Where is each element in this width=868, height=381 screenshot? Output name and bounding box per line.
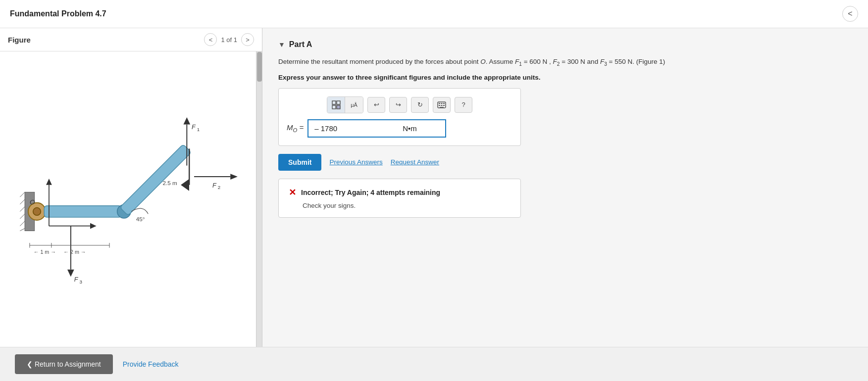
svg-rect-48 — [439, 103, 440, 104]
svg-rect-10 — [44, 205, 121, 217]
answer-input[interactable] — [307, 119, 397, 138]
svg-rect-51 — [439, 105, 440, 106]
action-row: Submit Previous Answers Request Answer — [278, 154, 852, 171]
svg-rect-53 — [443, 105, 445, 106]
redo-button[interactable]: ↪ — [389, 97, 407, 113]
error-icon: ✕ — [289, 187, 296, 198]
figure-prev-button[interactable]: < — [204, 33, 217, 46]
svg-text:3: 3 — [79, 279, 82, 284]
toolbar: μÂ ↩ ↪ ↻ — [287, 96, 512, 113]
svg-text:45°: 45° — [136, 215, 145, 222]
feedback-text: Check your signs. — [303, 202, 511, 209]
answer-instruction: Express your answer to three significant… — [278, 74, 852, 81]
svg-text:2.5 m: 2.5 m — [162, 179, 177, 186]
mo-label: MO = — [287, 123, 304, 133]
answer-units: N•m — [397, 119, 446, 138]
keyboard-button[interactable] — [433, 97, 451, 113]
submit-button[interactable]: Submit — [278, 154, 321, 171]
toolbar-icon-group: μÂ — [327, 96, 363, 113]
svg-line-2 — [20, 199, 25, 204]
undo-button[interactable]: ↩ — [367, 97, 385, 113]
svg-line-5 — [20, 221, 25, 226]
answer-input-row: MO = N•m — [287, 119, 512, 138]
svg-text:F: F — [192, 124, 196, 131]
svg-line-4 — [20, 214, 25, 219]
part-toggle[interactable]: ▼ — [278, 41, 285, 48]
svg-rect-44 — [337, 101, 340, 104]
svg-rect-52 — [441, 105, 443, 106]
answer-container: μÂ ↩ ↪ ↻ — [278, 88, 521, 146]
figure-label: Figure — [8, 36, 200, 44]
svg-rect-46 — [337, 105, 340, 109]
part-title: Part A — [289, 40, 312, 49]
svg-line-3 — [20, 206, 25, 211]
feedback-header: ✕ Incorrect; Try Again; 4 attempts remai… — [289, 187, 511, 198]
refresh-button[interactable]: ↻ — [411, 97, 429, 113]
feedback-box: ✕ Incorrect; Try Again; 4 attempts remai… — [278, 179, 521, 218]
svg-text:O: O — [29, 198, 35, 205]
figure-scrollbar[interactable] — [256, 51, 262, 347]
svg-marker-29 — [67, 269, 74, 277]
problem-description: Determine the resultant moment produced … — [278, 57, 852, 68]
provide-feedback-link[interactable]: Provide Feedback — [123, 360, 179, 368]
figure-image-area: O — [0, 51, 262, 347]
help-button[interactable]: ? — [455, 97, 472, 113]
header-back-button[interactable]: < — [842, 6, 858, 22]
svg-point-8 — [33, 207, 41, 215]
svg-line-6 — [20, 228, 25, 231]
svg-text:← 1 m →: ← 1 m → — [33, 249, 55, 255]
figure-counter: 1 of 1 — [221, 36, 237, 44]
svg-rect-54 — [440, 107, 444, 108]
svg-marker-33 — [46, 179, 52, 185]
svg-text:← 2 m →: ← 2 m → — [63, 249, 86, 255]
mu-button[interactable]: μÂ — [345, 97, 363, 113]
svg-marker-19 — [183, 117, 190, 124]
svg-text:F: F — [212, 182, 217, 189]
previous-answers-button[interactable]: Previous Answers — [329, 158, 382, 166]
figure-next-button[interactable]: > — [241, 33, 254, 46]
svg-marker-23 — [230, 174, 238, 180]
svg-rect-49 — [441, 103, 443, 104]
svg-rect-50 — [443, 103, 445, 104]
svg-line-1 — [20, 192, 25, 197]
feedback-title: Incorrect; Try Again; 4 attempts remaini… — [301, 189, 440, 196]
svg-text:2: 2 — [217, 185, 220, 190]
return-to-assignment-button[interactable]: ❮ Return to Assignment — [15, 354, 113, 374]
request-answer-button[interactable]: Request Answer — [391, 158, 439, 166]
svg-text:F: F — [74, 276, 78, 283]
right-panel: ▼ Part A Determine the resultant moment … — [262, 28, 868, 347]
footer: ❮ Return to Assignment Provide Feedback — [0, 347, 868, 381]
grid-button[interactable] — [327, 97, 345, 113]
svg-rect-45 — [332, 105, 336, 109]
svg-marker-35 — [90, 223, 96, 229]
svg-rect-12 — [120, 144, 191, 215]
svg-text:1: 1 — [197, 127, 199, 132]
page-title: Fundamental Problem 4.7 — [10, 9, 106, 18]
svg-rect-43 — [332, 101, 336, 104]
